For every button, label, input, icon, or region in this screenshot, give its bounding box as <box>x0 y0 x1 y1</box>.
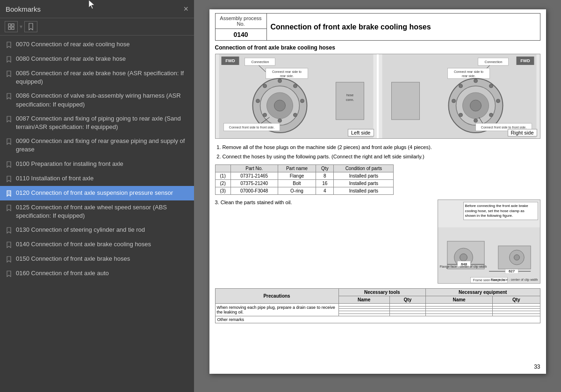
bookmark-item-bm0140[interactable]: 0140 Connection of front axle brake cool… <box>0 237 194 252</box>
svg-point-47 <box>489 113 493 117</box>
toolbar-btn-bookmark[interactable] <box>24 21 37 32</box>
bookmark-icon <box>6 189 12 198</box>
bookmark-icon <box>6 115 12 123</box>
bookmark-item-bm0125[interactable]: 0125 Connection of front axle wheel spee… <box>0 200 194 223</box>
equip-name-header: Name <box>426 296 493 304</box>
svg-point-18 <box>293 84 297 88</box>
svg-rect-55 <box>391 82 419 120</box>
bookmark-icon <box>6 255 12 264</box>
svg-point-49 <box>459 113 462 117</box>
bookmark-item-bm0160[interactable]: 0160 Connection of front axle auto <box>0 266 194 281</box>
close-button[interactable]: × <box>183 5 188 13</box>
right-axle-image: FWD Connection Connect rear side to rear… <box>379 54 540 138</box>
tools-qty-header: Qty <box>389 296 425 304</box>
left-axle-image: FWD Connection Connect rear side to rear… <box>216 54 377 138</box>
bookmark-label: 0140 Connection of front axle brake cool… <box>16 240 189 249</box>
parts-cell: 07371-21465 <box>230 172 278 180</box>
svg-text:rear side.: rear side. <box>280 74 293 78</box>
bookmark-label: 0100 Preparation for installing front ax… <box>16 160 189 168</box>
images-row: FWD Connection Connect rear side to rear… <box>215 54 540 139</box>
bookmark-item-bm0080[interactable]: 0080 Connection of rear axle brake hose <box>0 52 194 66</box>
bookmark-item-bm0130[interactable]: 0130 Connection of steering cylinder and… <box>0 223 194 237</box>
svg-point-43 <box>470 100 481 111</box>
equipment-header: Necessary equipment <box>426 289 540 296</box>
bookmark-label: 0087 Connection and fixing of piping goi… <box>16 114 189 131</box>
process-no-label: Assembly process No. <box>215 14 266 29</box>
bookmark-icon <box>6 204 12 212</box>
bookmark-icon <box>6 160 12 169</box>
doc-header-table: Assembly process No. Connection of front… <box>215 13 540 41</box>
doc-title: Connection of front axle brake cooling h… <box>266 14 540 41</box>
bookmark-label: 0110 Installation of front axle <box>16 174 189 183</box>
bookmark-icon <box>6 92 12 100</box>
parts-cell: Installed parts <box>334 180 394 187</box>
svg-point-48 <box>474 119 477 122</box>
svg-point-19 <box>300 99 304 103</box>
bookmark-label: 0120 Connection of front axle suspension… <box>16 189 189 197</box>
diagram-label1: Flange face - center of clip width <box>440 265 487 268</box>
bookmark-item-bm0110[interactable]: 0110 Installation of front axle <box>0 171 194 186</box>
parts-col-qty: Qty <box>316 165 334 172</box>
svg-text:Connect front side to front si: Connect front side to front side. <box>481 126 526 129</box>
svg-rect-0 <box>8 24 11 26</box>
other-remarks: Other remarks <box>215 316 540 323</box>
document-panel: Assembly process No. Connection of front… <box>194 0 561 392</box>
diagram-box: Before connecting the front axle brake c… <box>438 200 540 284</box>
bookmark-item-bm0100[interactable]: 0100 Preparation for installing front ax… <box>0 157 194 171</box>
bookmark-item-bm0090[interactable]: 0090 Connection and fixing of rear greas… <box>0 134 194 157</box>
toolbar-separator: ▾ <box>20 23 22 30</box>
toolbar-btn-grid[interactable] <box>5 21 18 32</box>
bookmark-icon <box>6 70 12 78</box>
parts-cell: Bolt <box>278 180 316 187</box>
bookmark-item-bm0085[interactable]: 0085 Connection of rear axle brake hose … <box>0 66 194 89</box>
bookmark-icon <box>6 226 12 235</box>
parts-col-condition: Condition of parts <box>334 165 394 172</box>
bookmark-item-bm0087[interactable]: 0087 Connection and fixing of piping goi… <box>0 112 194 134</box>
bookmark-icon <box>6 41 12 49</box>
parts-cell: 4 <box>316 187 334 195</box>
svg-text:rear side.: rear side. <box>461 74 475 78</box>
left-bottom: 3. Clean the parts stained with oil. <box>215 200 433 208</box>
bookmark-label: 0085 Connection of rear axle brake hose … <box>16 69 189 86</box>
bookmark-label: 0090 Connection and fixing of rear greas… <box>16 137 189 154</box>
bookmark-label: 0160 Connection of front axle auto <box>16 269 189 278</box>
bookmark-item-bm0086[interactable]: 0086 Connection of valve sub-assembly wi… <box>0 89 194 111</box>
precautions-header: Precautions <box>215 289 338 304</box>
bookmark-item-bm0070[interactable]: 0070 Connection of rear axle cooling hos… <box>0 37 194 52</box>
bottom-table: Precautions Necessary tools Necessary eq… <box>215 288 540 323</box>
svg-point-51 <box>459 84 462 88</box>
bookmark-item-bm0150[interactable]: 0150 Connection of front axle brake hose… <box>0 252 194 266</box>
svg-text:conn.: conn. <box>345 98 353 101</box>
parts-cell: Flange <box>278 172 316 180</box>
parts-cell: O-ring <box>278 187 316 195</box>
svg-point-22 <box>263 113 266 117</box>
bookmark-icon <box>6 55 12 64</box>
svg-point-17 <box>278 79 281 83</box>
page-number: 33 <box>534 363 540 370</box>
process-no-value: 0140 <box>215 29 266 41</box>
svg-point-44 <box>474 79 477 83</box>
bookmark-icon <box>6 175 12 183</box>
parts-cell: (2) <box>215 180 230 187</box>
parts-cell: (3) <box>215 187 230 195</box>
svg-point-45 <box>489 84 493 88</box>
bookmark-icon <box>6 241 12 249</box>
svg-text:FWD: FWD <box>520 58 530 63</box>
bookmarks-title: Bookmarks <box>6 5 41 13</box>
svg-text:627: 627 <box>508 269 515 273</box>
svg-point-50 <box>452 99 455 103</box>
svg-text:Connection: Connection <box>251 60 269 64</box>
parts-cell: Installed parts <box>334 187 394 195</box>
instruction-1: Remove all of the hose plugs on the mach… <box>223 143 540 152</box>
parts-cell: 8 <box>316 172 334 180</box>
bottom-content-area: 3. Clean the parts stained with oil. Bef… <box>215 200 540 284</box>
svg-point-59 <box>460 254 467 261</box>
svg-text:Connect front side to front si: Connect front side to front side. <box>229 126 274 129</box>
bookmark-label: 0125 Connection of front axle wheel spee… <box>16 203 189 220</box>
bookmark-icon <box>6 137 12 146</box>
bookmark-label: 0070 Connection of rear axle cooling hos… <box>16 40 189 49</box>
bookmarks-toolbar: ▾ <box>0 18 194 36</box>
clean-note: 3. Clean the parts stained with oil. <box>215 200 433 205</box>
tools-header: Necessary tools <box>338 289 425 296</box>
bookmark-item-bm0120[interactable]: 0120 Connection of front axle suspension… <box>0 186 194 200</box>
